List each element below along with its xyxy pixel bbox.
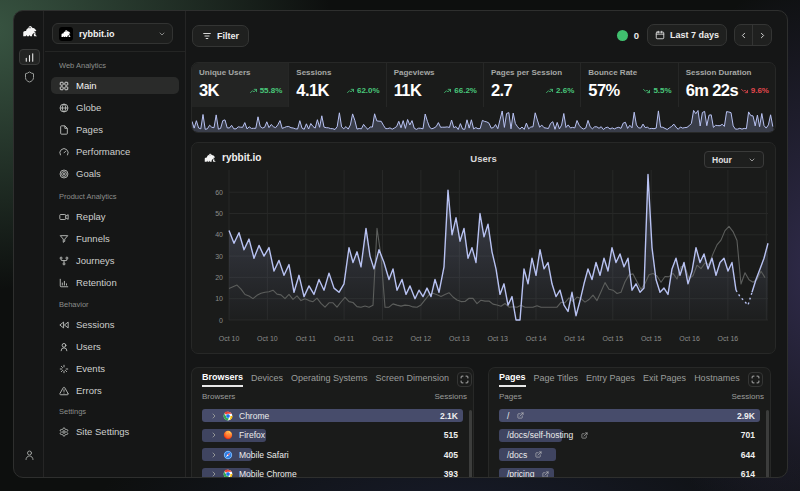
svg-text:30: 30 [215, 253, 223, 260]
svg-text:Oct 15: Oct 15 [602, 335, 623, 342]
svg-text:Oct 10: Oct 10 [257, 335, 278, 342]
svg-text:Oct 12: Oct 12 [411, 335, 432, 342]
svg-text:10: 10 [215, 295, 223, 302]
svg-text:Oct 10: Oct 10 [219, 335, 240, 342]
svg-text:Oct 16: Oct 16 [718, 335, 739, 342]
svg-text:40: 40 [215, 231, 223, 238]
svg-text:50: 50 [215, 210, 223, 217]
svg-text:60: 60 [215, 189, 223, 196]
svg-text:Oct 11: Oct 11 [296, 335, 316, 342]
svg-text:Oct 12: Oct 12 [372, 335, 393, 342]
svg-text:Oct 11: Oct 11 [334, 335, 354, 342]
svg-text:0: 0 [219, 317, 223, 324]
svg-text:Oct 16: Oct 16 [679, 335, 700, 342]
svg-text:Oct 13: Oct 13 [449, 335, 470, 342]
svg-text:Oct 14: Oct 14 [526, 335, 547, 342]
svg-text:20: 20 [215, 274, 223, 281]
svg-text:Oct 13: Oct 13 [487, 335, 508, 342]
svg-text:Oct 15: Oct 15 [641, 335, 662, 342]
svg-text:Oct 14: Oct 14 [564, 335, 585, 342]
